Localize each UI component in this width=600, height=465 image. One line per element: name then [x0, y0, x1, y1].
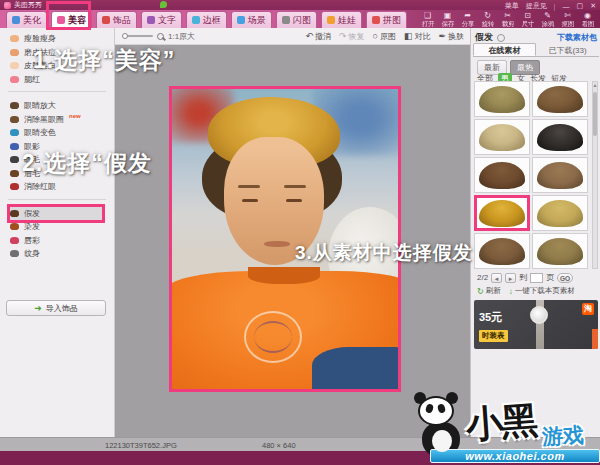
text-icon	[147, 16, 155, 24]
wig-thumbnail-selected[interactable]	[474, 195, 530, 231]
photo-eye	[286, 199, 302, 202]
wig-image	[479, 86, 525, 113]
tab-collage[interactable]: 拼图	[366, 11, 407, 28]
go-button[interactable]: GO	[557, 273, 573, 283]
quick-toolbar: ❏打开 ▣保存 ➦分享 ↻旋转 ✂裁剪 ⊡尺寸 ✎涂鸦 ✄抠图 ◉看图	[419, 11, 596, 28]
wig-grid	[474, 81, 590, 269]
sidebar-item-wig[interactable]: 假发	[10, 207, 102, 221]
page-input[interactable]	[530, 273, 543, 283]
zoom-slider-knob[interactable]	[122, 33, 128, 39]
feedback-button[interactable]: 提意见	[526, 1, 547, 11]
red-eye-icon	[10, 183, 19, 190]
tab-scene[interactable]: 场景	[231, 11, 272, 28]
tab-label: 美化	[23, 14, 41, 27]
tab-accessories[interactable]: 饰品	[96, 11, 137, 28]
tab-beautify[interactable]: 美化	[6, 11, 47, 28]
viewer-button[interactable]: ◉看图	[579, 11, 596, 28]
save-button[interactable]: ▣保存	[439, 11, 456, 28]
resize-button[interactable]: ⊡尺寸	[519, 11, 536, 28]
skin-button[interactable]: ✒换肤	[438, 31, 464, 42]
sidebar-item-dark-circles[interactable]: 消除黑眼圈new	[10, 113, 114, 127]
wig-image	[479, 238, 525, 265]
wig-thumbnail[interactable]	[532, 195, 588, 231]
goto-label: 到	[519, 272, 527, 283]
new-badge: new	[69, 113, 81, 119]
tab-text[interactable]: 文字	[141, 11, 182, 28]
photo[interactable]	[169, 86, 401, 392]
doll-icon	[327, 16, 335, 24]
wig-thumbnail[interactable]	[532, 157, 588, 193]
crop-button[interactable]: ✂裁剪	[499, 11, 516, 28]
wig-thumbnail[interactable]	[532, 119, 588, 155]
compare-button[interactable]: ◧对比	[404, 31, 431, 42]
viewer-icon: ◉	[584, 11, 591, 20]
accessories-icon	[102, 16, 110, 24]
open-button[interactable]: ❏打开	[419, 11, 436, 28]
sidebar-item-eye-color[interactable]: 眼睛变色	[10, 126, 114, 140]
minimize-button[interactable]: —	[563, 3, 570, 10]
open-icon: ❏	[424, 11, 431, 20]
tab-border[interactable]: 边框	[186, 11, 227, 28]
wig-thumbnail[interactable]	[532, 233, 588, 269]
cutout-button[interactable]: ✄抠图	[559, 11, 576, 28]
next-page-button[interactable]: ▸	[505, 273, 516, 283]
scrollbar-thumb[interactable]	[593, 92, 597, 136]
tool-label: 裁剪	[501, 20, 514, 27]
ad-price: 35元	[479, 310, 502, 325]
sidebar-item-red-eye[interactable]: 消除红眼	[10, 180, 114, 194]
tab-downloaded[interactable]: 已下载(33)	[536, 43, 599, 56]
scene-icon	[237, 16, 245, 24]
image-dimensions-label: 480 × 640	[262, 441, 296, 450]
download-pack-link[interactable]: 下载素材包	[557, 32, 597, 43]
sidebar-item-tattoo[interactable]: 纹身	[10, 247, 114, 261]
tool-label: 保存	[441, 20, 454, 27]
original-view-button[interactable]: ○原图	[373, 31, 396, 42]
wig-thumbnail[interactable]	[474, 119, 530, 155]
menu-button[interactable]: 菜单	[505, 1, 519, 11]
sidebar-item-slim-face[interactable]: 瘦脸瘦身	[10, 32, 114, 46]
wig-thumbnail[interactable]	[532, 81, 588, 117]
tool-label: 抠图	[561, 20, 574, 27]
item-label: 消除红眼	[24, 181, 56, 192]
scroll-up-icon[interactable]: ▴	[593, 82, 597, 88]
divider	[8, 91, 106, 92]
maximize-button[interactable]: ▢	[577, 2, 584, 10]
scrollbar[interactable]: ▴	[592, 81, 598, 269]
ad-banner[interactable]: 35元 时装表 淘	[474, 300, 598, 349]
redo-button[interactable]: ↷恢复	[339, 31, 365, 42]
rotate-button[interactable]: ↻旋转	[479, 11, 496, 28]
item-label: 染发	[24, 221, 40, 232]
share-button[interactable]: ➦分享	[459, 11, 476, 28]
close-button[interactable]: ✕	[590, 2, 596, 10]
hair-dye-icon	[10, 223, 19, 230]
redo-icon: ↷	[339, 31, 347, 41]
tab-online-materials[interactable]: 在线素材	[473, 43, 536, 56]
tab-flash[interactable]: 闪图	[276, 11, 317, 28]
sidebar-item-hair-dye[interactable]: 染发	[10, 220, 114, 234]
wig-image	[537, 238, 583, 265]
wig-thumbnail[interactable]	[474, 81, 530, 117]
zoom-slider[interactable]	[123, 35, 153, 37]
magnifier-icon	[157, 33, 164, 40]
wig-image	[537, 86, 583, 113]
wig-thumbnail[interactable]	[474, 233, 530, 269]
sidebar-item-enlarge-eyes[interactable]: 眼睛放大	[10, 99, 114, 113]
tab-doll[interactable]: 娃娃	[321, 11, 362, 28]
download-all-button[interactable]: ↓一键下载本页素材	[509, 286, 575, 296]
whiten-skin-icon	[10, 62, 19, 69]
wig-image	[537, 124, 583, 151]
wig-image	[537, 200, 583, 227]
undo-button[interactable]: ↶撤消	[305, 31, 331, 42]
wig-thumbnail[interactable]	[474, 157, 530, 193]
tab-beauty[interactable]: 美容	[51, 11, 92, 28]
tattoo-icon	[10, 250, 19, 257]
settings-icon[interactable]	[497, 34, 505, 42]
import-accessories-button[interactable]: ➜导入饰品	[6, 300, 106, 316]
annotation-step3: 3.从素材中选择假发	[295, 240, 473, 266]
materials-panel: 假发 下载素材包 在线素材 已下载(33) 最新 最热 全部 男 女 长发 短发	[470, 28, 600, 437]
sidebar-item-lip-gloss[interactable]: 唇彩	[10, 234, 114, 248]
refresh-button[interactable]: ↻刷新	[477, 286, 501, 296]
item-label: 唇彩	[24, 235, 40, 246]
prev-page-button[interactable]: ◂	[491, 273, 502, 283]
doodle-button[interactable]: ✎涂鸦	[539, 11, 556, 28]
